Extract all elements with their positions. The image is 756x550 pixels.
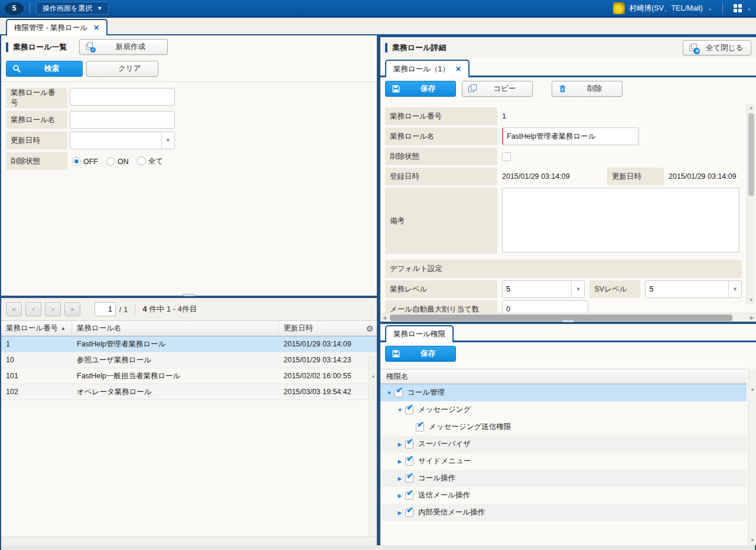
tree-node[interactable]: ▶ 送信メール操作	[380, 487, 747, 504]
new-role-button[interactable]: + 新規作成	[79, 39, 168, 55]
tab-role-management[interactable]: 権限管理 - 業務ロール ✕	[6, 19, 107, 35]
column-role-no[interactable]: 業務ロール番号 ▲	[1, 321, 72, 336]
sv-level-input[interactable]	[645, 280, 742, 298]
perm-column-header[interactable]: 権限名	[380, 369, 747, 384]
tree-node[interactable]: ▶ サイドメニュー	[380, 453, 747, 470]
scroll-up-icon[interactable]: ▲	[747, 104, 755, 112]
scroll-thumb[interactable]	[748, 113, 754, 196]
scroll-up-icon[interactable]: ▲	[748, 385, 756, 394]
scroll-down-icon[interactable]: ▼	[748, 536, 756, 545]
apps-grid-icon[interactable]	[734, 4, 742, 12]
chevron-down-icon[interactable]: ⌄	[747, 5, 751, 11]
chevron-down-icon[interactable]: ▼	[571, 281, 584, 297]
role-name-input[interactable]	[70, 111, 175, 129]
mail-max-input[interactable]	[502, 300, 588, 313]
radio-all[interactable]: 全て	[137, 156, 163, 166]
column-updated[interactable]: 更新日時	[279, 321, 363, 336]
expand-collapse-icon[interactable]: ▶	[396, 510, 404, 516]
app-logo[interactable]: 5	[5, 2, 24, 15]
radio-on[interactable]: ON	[106, 157, 129, 166]
radio-all-circle[interactable]	[137, 156, 146, 165]
updated-select-input[interactable]	[70, 132, 175, 149]
remarks-textarea[interactable]	[502, 188, 739, 253]
expand-collapse-icon[interactable]: ▶	[396, 441, 404, 447]
tree-checkbox[interactable]	[405, 492, 413, 500]
tree-node[interactable]: ▶ 内部受信メール操作	[380, 504, 747, 521]
sv-level-select[interactable]: ▼	[645, 280, 742, 298]
next-page-button[interactable]: ›	[45, 302, 61, 316]
column-role-name[interactable]: 業務ロール名	[72, 321, 279, 336]
table-row[interactable]: 10 参照ユーザ業務ロール 2015/01/29 03:14:23	[1, 352, 377, 368]
chevron-down-icon[interactable]: ⌄	[708, 5, 712, 11]
user-name[interactable]: 村崎博(SV、TEL/Mail)	[630, 4, 703, 14]
tab-role-1[interactable]: 業務ロール（1） ✕	[385, 60, 470, 77]
screen-select-button[interactable]: 操作画面を選択 ▼	[36, 2, 109, 15]
gear-icon[interactable]: ⚙	[363, 324, 377, 333]
tree-checkbox[interactable]	[395, 389, 403, 397]
close-icon[interactable]: ✕	[93, 24, 99, 32]
expand-collapse-icon[interactable]: ▶	[396, 459, 404, 464]
perm-vertical-scrollbar[interactable]: ▲ ▼	[748, 369, 756, 545]
radio-off-circle[interactable]	[72, 157, 81, 166]
page-number-input[interactable]	[94, 302, 116, 316]
expand-collapse-icon[interactable]: ▶	[396, 476, 404, 482]
expand-collapse-icon[interactable]: ▼	[396, 407, 404, 413]
scroll-right-icon[interactable]: ▶	[748, 313, 756, 322]
delete-button[interactable]: 削除	[552, 81, 623, 97]
scroll-down-icon[interactable]: ▼	[747, 296, 755, 305]
save-button[interactable]: 保存	[385, 81, 456, 97]
tree-node[interactable]: メッセージング送信権限	[380, 418, 747, 436]
tree-node[interactable]: ▶ コール操作	[380, 470, 747, 487]
table-row[interactable]: 101 FastHelp一般担当者業務ロール 2015/02/02 16:00:…	[1, 368, 377, 384]
tree-node[interactable]: ▼ メッセージング	[380, 401, 747, 418]
perm-save-button[interactable]: 保存	[385, 346, 456, 362]
permission-tree: ▼ コール管理 ▼ メッセージング メッセージング送信権限 ▶ スーパーバイザ	[380, 384, 747, 521]
tree-checkbox[interactable]	[416, 423, 424, 431]
search-button[interactable]: 検索	[6, 61, 83, 77]
tree-node[interactable]: ▶ スーパーバイザ	[380, 436, 747, 453]
left-horizontal-splitter[interactable]	[1, 296, 377, 298]
scroll-up-icon[interactable]: ▲	[369, 372, 377, 381]
tree-checkbox[interactable]	[405, 509, 413, 517]
updated-select[interactable]: ▼	[70, 132, 175, 149]
splitter-grip[interactable]	[562, 320, 575, 322]
detail-role-name-input[interactable]	[502, 127, 639, 145]
top-bar: 5 操作画面を選択 ▼ 村崎博(SV、TEL/Mail) ⌄ ⌄	[0, 0, 756, 18]
deleted-checkbox[interactable]	[502, 152, 511, 161]
tree-checkbox[interactable]	[405, 474, 413, 483]
scroll-left-icon[interactable]: ◀	[380, 313, 389, 322]
radio-off[interactable]: OFF	[72, 157, 98, 166]
table-vertical-scrollbar[interactable]: ▲ ▼	[369, 356, 377, 545]
copy-button[interactable]: コピー	[462, 81, 533, 97]
expand-collapse-icon[interactable]: ▼	[385, 390, 393, 396]
chevron-down-icon[interactable]: ▼	[161, 132, 174, 149]
biz-level-select[interactable]: ▼	[502, 280, 585, 298]
biz-level-label: 業務レベル	[385, 280, 497, 298]
accent-bar	[385, 43, 387, 53]
splitter-grip[interactable]	[183, 294, 195, 296]
detail-updated-label: 更新日時	[607, 168, 664, 185]
chevron-down-icon[interactable]: ▼	[728, 281, 741, 297]
detail-vertical-scrollbar[interactable]: ▲ ▼	[747, 104, 755, 305]
prev-page-button[interactable]: ‹	[25, 302, 41, 316]
first-page-button[interactable]: «	[6, 302, 22, 316]
scroll-thumb[interactable]	[390, 315, 732, 321]
page-of-label: / 1	[119, 305, 128, 314]
close-all-button[interactable]: ✕ 全て閉じる	[683, 40, 751, 55]
tree-node[interactable]: ▼ コール管理	[380, 384, 747, 401]
table-horizontal-scrollbar[interactable]	[1, 536, 377, 545]
role-no-input[interactable]	[70, 88, 175, 106]
user-avatar[interactable]	[613, 2, 625, 14]
table-row[interactable]: 1 FastHelp管理者業務ロール 2015/01/29 03:14:09	[1, 336, 377, 352]
close-icon[interactable]: ✕	[455, 65, 461, 73]
radio-on-circle[interactable]	[106, 157, 115, 166]
tree-checkbox[interactable]	[405, 406, 413, 414]
tab-label: 業務ロール権限	[393, 329, 445, 339]
tab-role-permission[interactable]: 業務ロール権限	[385, 325, 454, 342]
tree-checkbox[interactable]	[405, 440, 413, 448]
clear-button[interactable]: クリア	[86, 61, 158, 77]
expand-collapse-icon[interactable]: ▶	[396, 493, 404, 499]
last-page-button[interactable]: »	[64, 302, 80, 316]
tree-checkbox[interactable]	[405, 457, 413, 466]
table-row[interactable]: 102 オペレータ業務ロール 2015/03/03 19:54:42	[1, 384, 377, 400]
